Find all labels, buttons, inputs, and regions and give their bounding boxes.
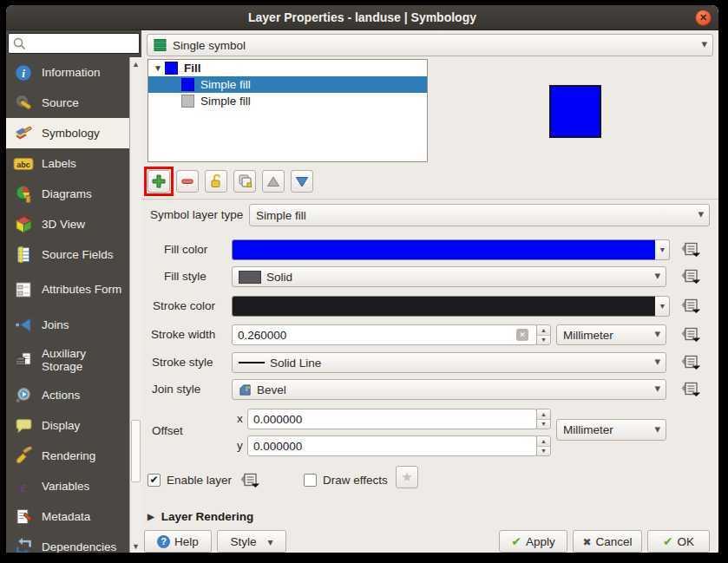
renderer-value: Single symbol bbox=[173, 39, 246, 52]
offset-x-input[interactable] bbox=[247, 409, 537, 429]
fill-style-combo[interactable]: Solid bbox=[232, 266, 666, 287]
duplicate-symbol-layer-button[interactable] bbox=[233, 170, 256, 193]
search-input[interactable] bbox=[8, 33, 140, 54]
add-symbol-layer-button[interactable] bbox=[148, 170, 170, 193]
renderer-combo[interactable]: Single symbol bbox=[147, 34, 713, 56]
display-icon bbox=[13, 416, 34, 435]
customize-effects-button[interactable] bbox=[396, 466, 418, 488]
apply-check-icon bbox=[511, 534, 521, 548]
source-fields-icon bbox=[13, 245, 34, 265]
open-lock-icon bbox=[208, 173, 224, 189]
join-style-label: Join style bbox=[152, 379, 200, 400]
dependencies-icon bbox=[13, 538, 34, 553]
sidebar-item-auxiliary-storage[interactable]: Auxiliary Storage bbox=[6, 340, 129, 380]
symbol-swatch bbox=[165, 62, 178, 75]
sidebar: i Information Source Symbology abc Label… bbox=[6, 30, 141, 553]
information-icon: i bbox=[13, 63, 34, 82]
data-defined-override-button[interactable] bbox=[679, 267, 701, 285]
sidebar-item-3d-view[interactable]: 3D View bbox=[6, 209, 129, 239]
scroll-down-icon[interactable] bbox=[130, 540, 141, 552]
move-layer-up-button[interactable] bbox=[262, 170, 285, 193]
joins-icon bbox=[13, 316, 34, 335]
sidebar-item-source[interactable]: Source bbox=[6, 88, 129, 118]
data-defined-override-button[interactable] bbox=[239, 471, 260, 489]
tree-row-fill[interactable]: Fill bbox=[148, 60, 427, 76]
sidebar-item-metadata[interactable]: Metadata bbox=[6, 501, 129, 532]
tree-row-simple-fill-2[interactable]: Simple fill bbox=[148, 93, 427, 109]
remove-symbol-layer-button[interactable] bbox=[176, 170, 199, 193]
source-icon bbox=[13, 94, 34, 113]
sidebar-item-attributes-form[interactable]: Attributes Form bbox=[6, 270, 129, 310]
actions-icon bbox=[13, 386, 34, 405]
collapse-icon[interactable] bbox=[151, 63, 165, 73]
fill-color-button[interactable] bbox=[232, 239, 656, 260]
stroke-color-label: Stroke color bbox=[153, 296, 215, 317]
data-defined-override-button[interactable] bbox=[679, 325, 701, 344]
stroke-width-spinner[interactable] bbox=[536, 324, 551, 345]
stroke-style-combo[interactable]: Solid Line bbox=[232, 352, 666, 373]
auxiliary-storage-icon bbox=[13, 350, 34, 370]
symbol-layer-tree: Fill Simple fill Simple fill bbox=[148, 59, 428, 162]
data-defined-override-button[interactable] bbox=[679, 297, 701, 315]
offset-y-label: y bbox=[237, 435, 243, 456]
stroke-color-dropdown[interactable] bbox=[655, 296, 670, 317]
fill-color-dropdown[interactable] bbox=[655, 239, 670, 260]
fill-style-swatch bbox=[239, 271, 261, 284]
offset-label: Offset bbox=[152, 421, 183, 442]
offset-unit-combo[interactable]: Millimeter bbox=[556, 419, 666, 441]
data-defined-override-button[interactable] bbox=[679, 240, 701, 259]
sidebar-item-symbology[interactable]: Symbology bbox=[6, 118, 129, 148]
lock-color-button[interactable] bbox=[205, 170, 227, 193]
fill-style-label: Fill style bbox=[164, 266, 207, 287]
offset-x-spinner[interactable] bbox=[536, 409, 551, 429]
sidebar-item-display[interactable]: Display bbox=[6, 410, 129, 441]
titlebar: Layer Properties - landuse | Symbology bbox=[6, 5, 718, 30]
move-layer-down-button[interactable] bbox=[291, 170, 313, 193]
scroll-thumb[interactable] bbox=[131, 420, 141, 482]
cancel-button[interactable]: Cancel bbox=[573, 530, 642, 553]
sidebar-item-dependencies[interactable]: Dependencies bbox=[6, 532, 129, 553]
expand-icon bbox=[148, 512, 154, 521]
symbol-swatch bbox=[181, 78, 194, 91]
draw-effects-checkbox[interactable] bbox=[304, 474, 317, 487]
enable-layer-checkbox[interactable] bbox=[148, 474, 161, 487]
sidebar-item-actions[interactable]: Actions bbox=[6, 380, 129, 410]
sidebar-list: i Information Source Symbology abc Label… bbox=[6, 57, 129, 553]
sidebar-item-information[interactable]: i Information bbox=[6, 57, 129, 88]
layer-rendering-section[interactable]: Layer Rendering bbox=[148, 510, 253, 523]
apply-button[interactable]: Apply bbox=[499, 530, 567, 553]
offset-x-label: x bbox=[237, 409, 243, 429]
sidebar-item-variables[interactable]: ε Variables bbox=[6, 471, 129, 501]
close-button[interactable] bbox=[695, 10, 712, 26]
duplicate-icon bbox=[237, 173, 253, 189]
scroll-up-icon[interactable] bbox=[130, 58, 141, 69]
single-symbol-icon bbox=[154, 38, 167, 52]
stroke-width-unit-combo[interactable]: Millimeter bbox=[556, 324, 666, 345]
svg-text:abc: abc bbox=[16, 160, 30, 168]
ok-button[interactable]: OK bbox=[647, 530, 710, 553]
sidebar-item-labels[interactable]: abc Labels bbox=[6, 148, 129, 179]
symbol-preview bbox=[549, 85, 601, 138]
data-defined-override-button[interactable] bbox=[679, 353, 701, 371]
minus-icon bbox=[180, 173, 195, 189]
tree-row-simple-fill-1[interactable]: Simple fill bbox=[148, 76, 427, 93]
offset-y-spinner[interactable] bbox=[536, 435, 551, 456]
sidebar-item-joins[interactable]: Joins bbox=[6, 310, 129, 340]
offset-y-input[interactable] bbox=[247, 435, 537, 456]
metadata-icon bbox=[13, 507, 34, 527]
stroke-width-label: Stroke width bbox=[151, 324, 215, 345]
join-style-combo[interactable]: Bevel bbox=[232, 379, 666, 400]
symbol-layer-type-combo[interactable]: Simple fill bbox=[249, 204, 710, 226]
draw-effects-label: Draw effects bbox=[323, 470, 388, 491]
svg-text:i: i bbox=[22, 67, 25, 80]
stroke-color-button[interactable] bbox=[232, 296, 656, 317]
clear-icon[interactable] bbox=[516, 329, 528, 341]
stroke-width-input[interactable] bbox=[232, 324, 537, 345]
style-button[interactable]: Style bbox=[217, 530, 286, 553]
sidebar-scrollbar[interactable] bbox=[129, 57, 141, 553]
sidebar-item-source-fields[interactable]: Source Fields bbox=[6, 239, 129, 270]
sidebar-item-rendering[interactable]: Rendering bbox=[6, 441, 129, 471]
help-button[interactable]: Help bbox=[144, 530, 212, 553]
sidebar-item-diagrams[interactable]: Diagrams bbox=[6, 179, 129, 209]
data-defined-override-button[interactable] bbox=[679, 380, 701, 398]
